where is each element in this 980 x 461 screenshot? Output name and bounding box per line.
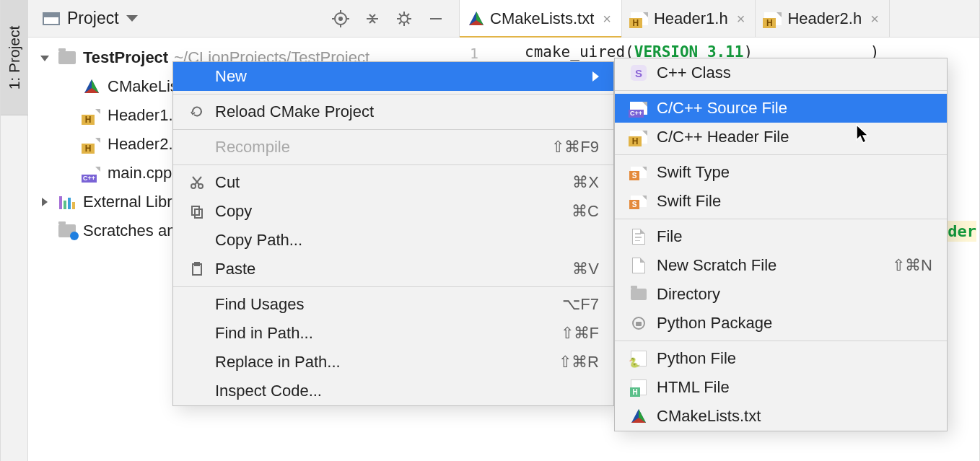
submenu-item-py-file[interactable]: Python File: [615, 344, 947, 373]
left-tool-strip: 1: Project: [1, 0, 28, 461]
package-icon: [632, 317, 645, 330]
menu-item-label: C++ Class: [657, 63, 731, 82]
editor-tabs: CMakeLists.txt × Header1.h × Header2.h ×: [460, 0, 979, 37]
submenu-item-file[interactable]: File: [615, 222, 947, 251]
menu-item-label: Python File: [657, 349, 736, 368]
menu-item-label: Swift File: [657, 192, 721, 211]
html-icon: [631, 379, 647, 395]
menu-item-label: New: [215, 67, 247, 86]
menu-item-label: C/C++ Header File: [657, 128, 789, 146]
tree-item-label: main.cpp: [108, 164, 172, 183]
folder-icon: [58, 51, 76, 64]
menu-item-label: Directory: [657, 285, 720, 304]
project-view-label: Project: [67, 9, 119, 28]
tab-label: Header1.h: [654, 9, 728, 28]
tab-label: Header2.h: [787, 9, 862, 28]
menu-item-label: New Scratch File: [657, 256, 776, 275]
menu-item-label: Copy: [215, 202, 252, 221]
submenu-item-swift-file[interactable]: Swift File: [615, 187, 947, 216]
close-icon[interactable]: ×: [867, 12, 879, 26]
submenu-item-swift-type[interactable]: Swift Type: [615, 158, 947, 187]
svg-point-1: [339, 17, 342, 20]
menu-item-paste[interactable]: Paste ⌘V: [173, 255, 613, 284]
menu-item-cut[interactable]: Cut ⌘X: [173, 168, 613, 197]
menu-item-replace-in-path[interactable]: Replace in Path... ⇧⌘R: [173, 348, 613, 377]
new-submenu[interactable]: S C++ Class C/C++ Source File C/C++ Head…: [614, 58, 948, 431]
menu-item-label: Inspect Code...: [215, 382, 322, 400]
tree-root-name: TestProject: [83, 48, 168, 67]
expand-toggle-icon[interactable]: [38, 51, 51, 64]
submenu-item-scratch[interactable]: New Scratch File ⇧⌘N: [615, 251, 947, 280]
cpp-file-icon: [83, 167, 100, 180]
tab-header2[interactable]: Header2.h ×: [756, 0, 889, 37]
menu-item-label: Python Package: [657, 314, 772, 333]
menu-item-copy[interactable]: Copy ⌘C: [173, 197, 613, 226]
menu-item-shortcut: ⌥F7: [562, 295, 599, 314]
header-file-icon: [764, 12, 782, 25]
menu-item-find-usages[interactable]: Find Usages ⌥F7: [173, 290, 613, 319]
submenu-item-cmakelists[interactable]: CMakeLists.txt: [615, 402, 947, 431]
svg-line-15: [407, 14, 409, 16]
menu-item-recompile: Recompile ⇧⌘F9: [173, 133, 613, 162]
menu-item-reload-cmake[interactable]: Reload CMake Project: [173, 97, 613, 126]
project-view-selector[interactable]: Project: [43, 9, 138, 28]
cmake-icon: [84, 79, 100, 95]
menu-item-new[interactable]: New: [173, 62, 613, 91]
tab-label: CMakeLists.txt: [490, 9, 594, 28]
submenu-item-c-source[interactable]: C/C++ Source File: [615, 94, 947, 123]
menu-item-shortcut: ⌘V: [572, 260, 599, 278]
menu-item-copy-path[interactable]: Copy Path...: [173, 226, 613, 255]
project-icon: [43, 12, 60, 25]
project-toolbar: Project: [28, 0, 460, 37]
folder-icon: [631, 289, 647, 300]
menu-item-label: Recompile: [215, 138, 290, 157]
submenu-item-directory[interactable]: Directory: [615, 280, 947, 309]
submenu-item-cpp-class[interactable]: S C++ Class: [615, 58, 947, 87]
locate-icon[interactable]: [332, 10, 349, 27]
close-icon[interactable]: ×: [600, 12, 611, 26]
cut-icon: [190, 175, 204, 190]
scratches-icon: [58, 224, 76, 237]
tool-window-tab-label: 1: Project: [6, 25, 23, 89]
menu-item-label: CMakeLists.txt: [657, 407, 761, 426]
menu-item-shortcut: ⇧⌘F: [561, 324, 599, 343]
tab-cmakelists[interactable]: CMakeLists.txt ×: [460, 0, 622, 37]
gutter-line-number: 1: [470, 45, 478, 62]
collapse-all-icon[interactable]: [364, 10, 381, 27]
context-menu[interactable]: New Reload CMake Project Recompile ⇧⌘F9 …: [172, 61, 614, 406]
submenu-item-c-header[interactable]: C/C++ Header File: [615, 123, 947, 152]
chevron-down-icon: [126, 15, 138, 22]
menu-item-shortcut: ⇧⌘R: [559, 353, 599, 372]
submenu-item-html-file[interactable]: HTML File: [615, 373, 947, 402]
header-file-icon: [630, 131, 647, 144]
project-toolbar-actions: [332, 10, 459, 27]
svg-line-13: [407, 22, 409, 24]
gear-icon[interactable]: [395, 10, 413, 27]
menu-item-label: C/C++ Source File: [657, 99, 787, 118]
scratch-file-icon: [632, 258, 645, 273]
close-icon[interactable]: ×: [734, 12, 745, 26]
hide-icon[interactable]: [427, 10, 445, 27]
svg-point-7: [401, 15, 408, 22]
menu-item-label: Find Usages: [215, 295, 305, 314]
menu-item-label: Paste: [215, 260, 255, 278]
menu-item-label: Copy Path...: [215, 231, 302, 250]
tab-header1[interactable]: Header1.h ×: [622, 0, 756, 37]
tool-window-tab-project[interactable]: 1: Project: [1, 0, 28, 115]
menu-item-shortcut: ⇧⌘N: [892, 256, 932, 275]
expand-toggle-icon[interactable]: [38, 196, 51, 208]
menu-item-shortcut: ⌘C: [572, 202, 599, 221]
copy-icon: [190, 204, 204, 219]
submenu-item-py-package[interactable]: Python Package: [615, 309, 947, 338]
menu-item-find-in-path[interactable]: Find in Path... ⇧⌘F: [173, 319, 613, 348]
header-file-icon: [83, 109, 100, 122]
header-file-icon: [83, 138, 100, 151]
reload-icon: [190, 105, 204, 119]
header-file-icon: [631, 12, 648, 25]
menu-item-label: Swift Type: [657, 163, 730, 182]
svg-line-14: [399, 22, 401, 24]
menu-item-shortcut: ⇧⌘F9: [551, 138, 599, 157]
menu-item-inspect-code[interactable]: Inspect Code...: [173, 377, 613, 405]
tree-item-label: Header1.h: [108, 106, 182, 125]
cmake-icon: [631, 408, 647, 424]
